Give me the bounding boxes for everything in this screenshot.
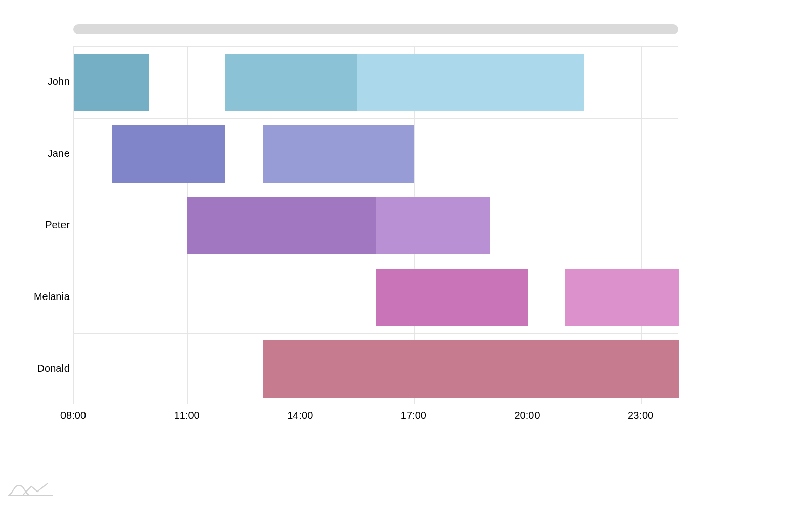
amcharts-logo-icon[interactable]	[8, 481, 54, 497]
y-axis-label: Jane	[3, 147, 70, 159]
x-axis-label: 14:00	[287, 410, 313, 421]
y-axis-label: John	[3, 76, 70, 88]
grid-row-line	[74, 262, 678, 262]
grid-row-line	[74, 190, 678, 190]
y-axis-label: Melania	[3, 291, 70, 303]
gantt-bar[interactable]	[187, 197, 376, 254]
x-axis-label: 11:00	[174, 410, 200, 421]
gantt-bar[interactable]	[74, 54, 149, 111]
gantt-plot-area	[73, 46, 678, 404]
gantt-bar[interactable]	[225, 54, 358, 111]
x-axis-label: 17:00	[401, 410, 426, 421]
y-axis-label: Donald	[3, 362, 70, 374]
horizontal-scrollbar[interactable]	[73, 24, 678, 34]
y-axis-label: Peter	[3, 219, 70, 231]
gantt-bar[interactable]	[376, 269, 528, 326]
x-axis-label: 20:00	[514, 410, 540, 421]
gantt-bar[interactable]	[112, 125, 225, 183]
gantt-bar[interactable]	[263, 340, 679, 398]
gantt-bar[interactable]	[376, 197, 490, 254]
gantt-bar[interactable]	[263, 125, 414, 183]
grid-row-line	[74, 333, 678, 334]
gantt-bar[interactable]	[565, 269, 679, 326]
grid-row-line	[74, 118, 678, 119]
x-axis-label: 23:00	[628, 410, 653, 421]
gantt-bar[interactable]	[357, 54, 584, 111]
x-axis-label: 08:00	[60, 410, 86, 421]
